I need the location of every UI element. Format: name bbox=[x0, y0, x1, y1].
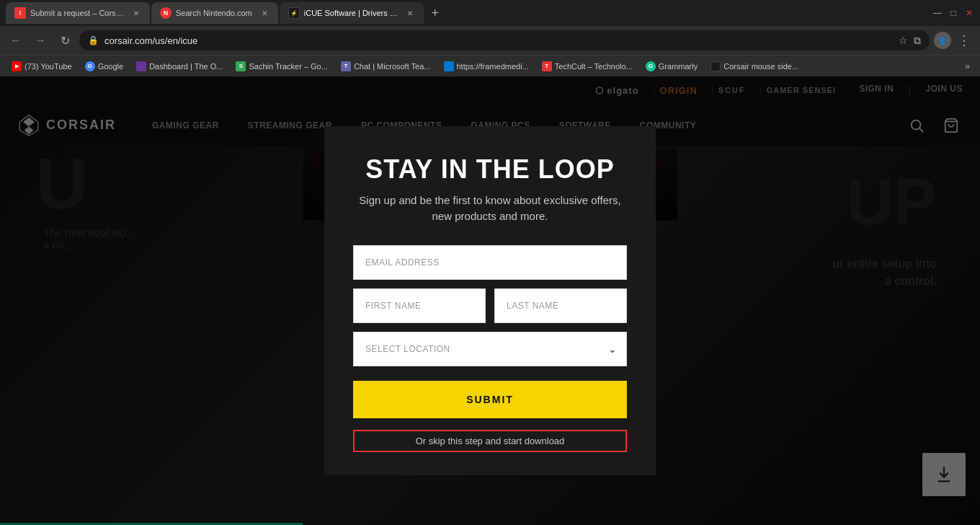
extensions-icon[interactable]: ⧉ bbox=[914, 35, 921, 47]
refresh-button[interactable]: ↻ bbox=[55, 30, 75, 50]
close-window-icon[interactable]: ✕ bbox=[964, 8, 974, 18]
bookmark-techcult[interactable]: T TechCult – Technolo... bbox=[536, 60, 638, 73]
bookmark-techcult-label: TechCult – Technolo... bbox=[555, 62, 633, 71]
modal-title: STAY IN THE LOOP bbox=[353, 155, 627, 184]
lock-icon: 🔒 bbox=[88, 35, 99, 45]
location-form-group: SELECT LOCATION United States United Kin… bbox=[353, 332, 627, 366]
tab-2-close[interactable]: ✕ bbox=[259, 8, 270, 18]
new-tab-button[interactable]: + bbox=[425, 3, 445, 23]
address-bar-row: ← → ↻ 🔒 corsair.com/us/en/icue ☆ ⧉ 👤 ⋮ bbox=[0, 26, 980, 55]
modal-subtitle: Sign up and be the first to know about e… bbox=[353, 193, 627, 225]
minimize-icon[interactable]: — bbox=[932, 8, 943, 18]
bookmark-star-icon[interactable]: ☆ bbox=[899, 35, 908, 47]
tab-2-title: Search Nintendo.com bbox=[176, 9, 252, 17]
tab-3-favicon: ⚡ bbox=[288, 7, 300, 19]
bookmark-framed-label: https://framedmedi... bbox=[457, 62, 529, 71]
bookmark-teams-label: Chat | Microsoft Tea... bbox=[354, 62, 431, 71]
email-form-group bbox=[353, 245, 627, 280]
bookmark-corsair-label: Corsair mouse side... bbox=[723, 62, 798, 71]
bookmark-teams[interactable]: T Chat | Microsoft Tea... bbox=[335, 60, 437, 73]
address-bar-icons: ☆ ⧉ bbox=[899, 35, 921, 47]
first-name-form-group bbox=[353, 288, 486, 323]
tab-bar: ! Submit a request – Corsair ✕ N Search … bbox=[0, 0, 980, 26]
bookmark-sachin-label: Sachin Tracker – Go... bbox=[249, 62, 327, 71]
tab-2[interactable]: N Search Nintendo.com ✕ bbox=[151, 2, 278, 24]
framed-favicon bbox=[444, 61, 454, 71]
last-name-input[interactable] bbox=[494, 288, 627, 323]
website-content: ⬡ elgato ORIGIN SCUF GAMER SENSEI SIGN I… bbox=[0, 76, 980, 525]
account-icon[interactable]: 👤 bbox=[934, 32, 951, 49]
bookmark-grammarly[interactable]: G Grammarly bbox=[640, 60, 703, 73]
submit-button[interactable]: SUBMIT bbox=[353, 381, 627, 418]
tab-1-title: Submit a request – Corsair bbox=[30, 9, 124, 17]
bookmark-sachin[interactable]: S Sachin Tracker – Go... bbox=[230, 60, 333, 73]
location-select[interactable]: SELECT LOCATION United States United Kin… bbox=[353, 332, 627, 366]
name-form-row bbox=[353, 288, 627, 332]
maximize-icon[interactable]: □ bbox=[948, 8, 958, 18]
sachin-favicon: S bbox=[236, 61, 246, 71]
tab-1[interactable]: ! Submit a request – Corsair ✕ bbox=[6, 2, 150, 24]
first-name-input[interactable] bbox=[353, 288, 486, 323]
browser-chrome: ! Submit a request – Corsair ✕ N Search … bbox=[0, 0, 980, 76]
forward-button[interactable]: → bbox=[30, 30, 50, 50]
tab-2-favicon: N bbox=[160, 7, 172, 19]
location-select-wrapper: SELECT LOCATION United States United Kin… bbox=[353, 332, 627, 366]
bookmarks-more-icon[interactable]: » bbox=[961, 60, 974, 73]
back-button[interactable]: ← bbox=[6, 30, 26, 50]
bookmark-google-label: Google bbox=[98, 62, 123, 71]
bookmark-youtube[interactable]: ▶ (73) YouTube bbox=[6, 60, 78, 73]
bookmark-dashboard[interactable]: Dashboard | The O... bbox=[130, 60, 228, 73]
corsair-favicon bbox=[710, 61, 721, 71]
grammarly-favicon: G bbox=[646, 61, 656, 71]
modal-overlay: STAY IN THE LOOP Sign up and be the firs… bbox=[0, 76, 980, 525]
toolbar-right-icons: 👤 ⋮ bbox=[934, 30, 974, 50]
tab-3[interactable]: ⚡ iCUE Software | Drivers | Softwa... ✕ bbox=[280, 2, 424, 24]
more-options-icon[interactable]: ⋮ bbox=[954, 30, 974, 50]
tab-3-close[interactable]: ✕ bbox=[405, 8, 415, 18]
tab-1-favicon: ! bbox=[14, 7, 26, 19]
bookmark-framed[interactable]: https://framedmedi... bbox=[438, 60, 535, 73]
youtube-favicon: ▶ bbox=[12, 61, 22, 71]
address-text: corsair.com/us/en/icue bbox=[104, 35, 197, 46]
bookmark-google[interactable]: G Google bbox=[79, 60, 129, 73]
skip-download-link[interactable]: Or skip this step and start download bbox=[353, 430, 627, 452]
newsletter-modal: STAY IN THE LOOP Sign up and be the firs… bbox=[324, 126, 656, 475]
google-favicon: G bbox=[85, 61, 95, 71]
tab-3-title: iCUE Software | Drivers | Softwa... bbox=[304, 9, 398, 17]
email-input[interactable] bbox=[353, 245, 627, 280]
tab-1-close[interactable]: ✕ bbox=[131, 8, 141, 18]
bookmark-grammarly-label: Grammarly bbox=[659, 62, 698, 71]
dashboard-favicon bbox=[136, 61, 146, 71]
bookmark-youtube-label: (73) YouTube bbox=[24, 62, 72, 71]
teams-favicon: T bbox=[341, 61, 351, 71]
techcult-favicon: T bbox=[542, 61, 552, 71]
bookmark-dashboard-label: Dashboard | The O... bbox=[149, 62, 223, 71]
last-name-form-group bbox=[494, 288, 627, 323]
address-bar[interactable]: 🔒 corsair.com/us/en/icue ☆ ⧉ bbox=[79, 30, 930, 50]
window-controls: — □ ✕ bbox=[932, 8, 974, 18]
bookmark-corsair[interactable]: Corsair mouse side... bbox=[705, 60, 804, 73]
bookmarks-bar: ▶ (73) YouTube G Google Dashboard | The … bbox=[0, 55, 980, 76]
